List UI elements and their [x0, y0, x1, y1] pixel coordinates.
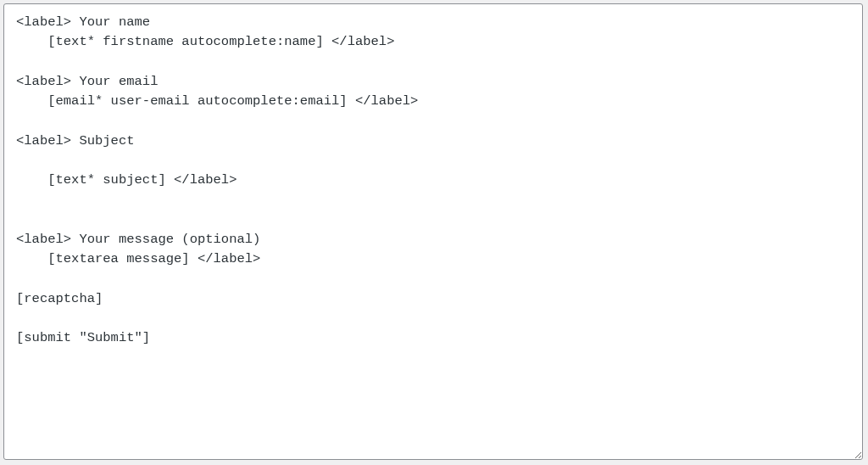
form-template-textarea[interactable] [3, 3, 863, 460]
form-editor-container [3, 3, 863, 460]
